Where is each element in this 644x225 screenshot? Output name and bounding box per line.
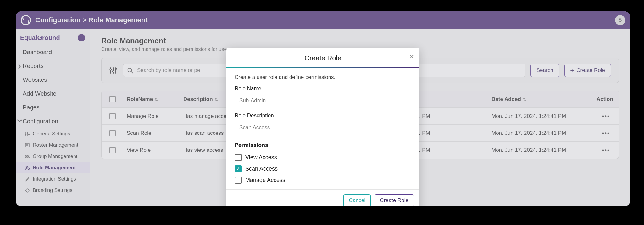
checkbox-checked-icon[interactable]: ✓ [235,165,242,172]
permission-label: Scan Access [245,166,278,172]
permission-view-access[interactable]: View Access [235,152,411,163]
create-role-submit-button[interactable]: Create Role [375,194,414,206]
app-window: Configuration > Role Management S EqualG… [16,11,630,206]
modal-description: Create a user role and define permission… [235,74,411,80]
button-label: Cancel [349,197,365,204]
role-name-input[interactable] [235,94,411,107]
permission-scan-access[interactable]: ✓ Scan Access [235,163,411,174]
modal-title: Create Role [234,54,412,62]
create-role-modal: Create Role ✕ Create a user role and def… [226,48,419,206]
permission-label: View Access [245,154,277,161]
role-name-label: Role Name [235,85,411,92]
role-desc-label: Role Description [235,112,411,119]
permission-manage-access[interactable]: Manage Access [235,174,411,186]
cancel-button[interactable]: Cancel [343,194,371,206]
checkbox-icon[interactable] [235,177,242,184]
role-desc-input[interactable] [235,121,411,134]
close-icon[interactable]: ✕ [409,53,414,60]
permission-label: Manage Access [245,177,285,184]
checkbox-icon[interactable] [235,154,242,161]
permissions-heading: Permissions [235,142,411,149]
button-label: Create Role [380,197,408,204]
